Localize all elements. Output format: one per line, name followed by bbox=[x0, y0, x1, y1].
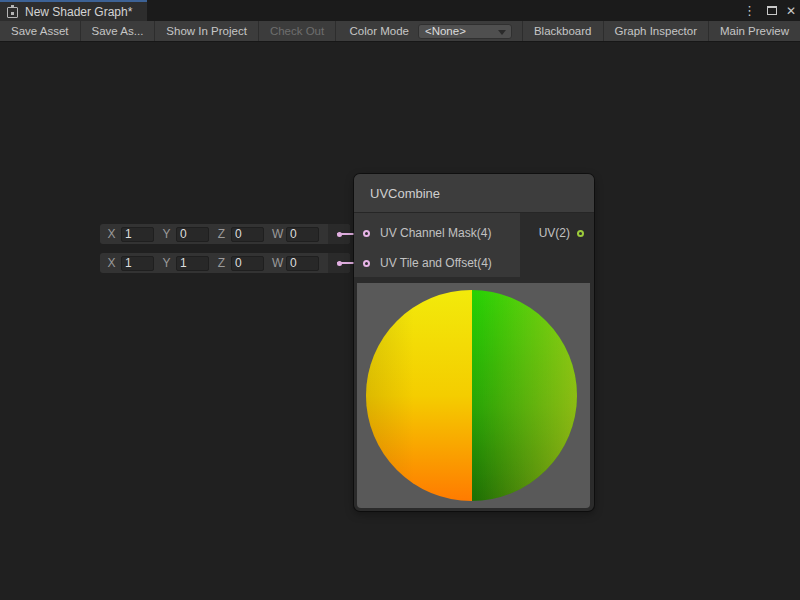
kebab-menu-icon[interactable]: ⋮ bbox=[741, 4, 758, 17]
title-bar: New Shader Graph* ⋮ ✕ bbox=[0, 0, 800, 21]
maximize-icon[interactable] bbox=[767, 6, 777, 15]
z-label: Z bbox=[217, 227, 226, 241]
close-icon[interactable]: ✕ bbox=[786, 5, 796, 17]
vector1-x-field[interactable] bbox=[121, 227, 154, 242]
main-preview-toggle-button[interactable]: Main Preview bbox=[709, 21, 800, 41]
show-in-project-button[interactable]: Show In Project bbox=[155, 21, 258, 41]
vector1-w-field[interactable] bbox=[286, 227, 319, 242]
input-port-label: UV Channel Mask(4) bbox=[380, 226, 491, 240]
shader-graph-window: New Shader Graph* ⋮ ✕ Save Asset Save As… bbox=[0, 0, 800, 600]
color-mode-dropdown[interactable]: <None> bbox=[418, 24, 512, 39]
vector1-y-field[interactable] bbox=[176, 227, 209, 242]
toolbar: Save Asset Save As... Show In Project Ch… bbox=[0, 21, 800, 42]
vector2-z-field[interactable] bbox=[231, 256, 264, 271]
color-mode-value: <None> bbox=[425, 25, 466, 37]
y-label: Y bbox=[162, 256, 171, 270]
vector4-input-row-1: X Y Z W bbox=[100, 224, 350, 244]
save-as-button[interactable]: Save As... bbox=[81, 21, 155, 41]
blackboard-toggle-button[interactable]: Blackboard bbox=[523, 21, 603, 41]
node-header[interactable]: UVCombine bbox=[354, 174, 594, 213]
x-label: X bbox=[107, 227, 116, 241]
color-mode-label: Color Mode bbox=[340, 25, 418, 37]
uvcombine-node[interactable]: UVCombine UV Channel Mask(4) UV Tile and… bbox=[354, 174, 594, 511]
y-label: Y bbox=[162, 227, 171, 241]
vector1-z-field[interactable] bbox=[231, 227, 264, 242]
output-port-icon[interactable] bbox=[577, 230, 584, 237]
vector4-input-row-2: X Y Z W bbox=[100, 253, 350, 273]
output-port-row-uv: UV(2) bbox=[539, 218, 584, 248]
vector2-y-field[interactable] bbox=[176, 256, 209, 271]
check-out-button: Check Out bbox=[259, 21, 335, 41]
window-tab[interactable]: New Shader Graph* bbox=[0, 0, 147, 21]
input-port-row-channel-mask: UV Channel Mask(4) bbox=[354, 218, 520, 248]
w-label: W bbox=[272, 256, 281, 270]
tab-title: New Shader Graph* bbox=[25, 5, 132, 19]
graph-inspector-toggle-button[interactable]: Graph Inspector bbox=[604, 21, 708, 41]
sphere-right-half bbox=[472, 290, 578, 501]
sphere-left-half bbox=[366, 290, 472, 501]
z-label: Z bbox=[217, 256, 226, 270]
toolbar-separator bbox=[335, 21, 336, 41]
w-label: W bbox=[272, 227, 281, 241]
preview-sphere bbox=[366, 290, 577, 501]
input-port-icon[interactable] bbox=[363, 260, 370, 267]
chevron-down-icon bbox=[498, 30, 506, 35]
x-label: X bbox=[107, 256, 116, 270]
input-port-row-tile-offset: UV Tile and Offset(4) bbox=[354, 248, 520, 278]
node-title: UVCombine bbox=[370, 186, 440, 201]
node-body: UV Channel Mask(4) UV Tile and Offset(4)… bbox=[354, 213, 594, 282]
output-port-label: UV(2) bbox=[539, 226, 570, 240]
node-preview bbox=[357, 283, 590, 508]
window-controls: ⋮ ✕ bbox=[741, 0, 796, 21]
save-asset-button[interactable]: Save Asset bbox=[0, 21, 80, 41]
color-mode-group: Color Mode <None> bbox=[340, 21, 522, 41]
vector2-w-field[interactable] bbox=[286, 256, 319, 271]
input-port-label: UV Tile and Offset(4) bbox=[380, 256, 492, 270]
vector2-x-field[interactable] bbox=[121, 256, 154, 271]
shader-graph-icon bbox=[6, 5, 19, 18]
input-port-icon[interactable] bbox=[363, 230, 370, 237]
